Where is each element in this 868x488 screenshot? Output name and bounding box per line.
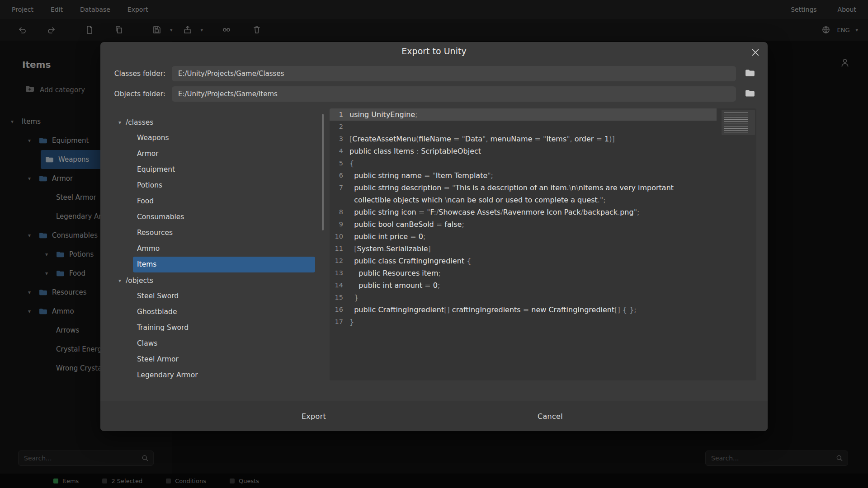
classes-folder-node[interactable]: ▾ /classes: [111, 114, 323, 130]
close-icon[interactable]: [749, 46, 762, 59]
line-number: 9: [330, 218, 343, 230]
classes-header-label: /classes: [126, 118, 153, 127]
code-line: 10 public int price = 0;: [330, 230, 756, 243]
objects-header-label: /objects: [126, 277, 153, 285]
code-minimap[interactable]: [722, 110, 755, 135]
dialog-title: Export to Unity: [100, 46, 768, 56]
class-item-ammo[interactable]: Ammo: [133, 241, 315, 257]
code-line: 16 public CraftingIngredient[] craftingI…: [330, 304, 756, 316]
code-line: collectible objects which \ncan be sold …: [330, 194, 756, 206]
line-number: 5: [330, 157, 343, 169]
class-item-items[interactable]: Items: [133, 257, 315, 272]
line-number: 13: [330, 267, 343, 279]
code-line: 2: [330, 121, 756, 133]
code-line: 15 }: [330, 291, 756, 304]
object-item-steel-armor[interactable]: Steel Armor: [133, 352, 315, 367]
browse-folder-button[interactable]: [744, 89, 756, 99]
code-line: 8 public string icon = "F:/Showcase Asse…: [330, 206, 756, 218]
line-number: 2: [330, 121, 343, 133]
object-item-claws[interactable]: Claws: [133, 336, 315, 352]
line-number: 6: [330, 169, 343, 182]
code-line: 7 public string description = "This is a…: [330, 182, 756, 194]
dialog-footer: Export Cancel: [100, 401, 768, 431]
objects-folder-label: Objects folder:: [108, 86, 165, 102]
code-line: 14 public int amount = 0;: [330, 279, 756, 291]
line-number: 7: [330, 182, 343, 194]
code-line: 12 public class CraftingIngredient {: [330, 255, 756, 267]
code-line: 6 public string name = "Item Template";: [330, 169, 756, 182]
class-item-food[interactable]: Food: [133, 193, 315, 209]
export-to-unity-dialog: Export to Unity Classes folder: Objects …: [100, 42, 768, 431]
database-editor-app: ProjectEditDatabaseExport SettingsAbout …: [0, 0, 868, 488]
line-number: 16: [330, 304, 343, 316]
class-item-equipment[interactable]: Equipment: [133, 162, 315, 178]
line-number: 10: [330, 230, 343, 243]
code-line: 3[CreateAssetMenu(fileName = "Data", men…: [330, 133, 756, 145]
object-item-legendary-armor[interactable]: Legendary Armor: [133, 367, 315, 383]
line-number: [330, 194, 343, 206]
class-item-potions[interactable]: Potions: [133, 178, 315, 193]
objects-folder-row: Objects folder:: [100, 86, 768, 102]
export-button[interactable]: Export: [299, 412, 329, 421]
classes-folder-input[interactable]: [172, 66, 736, 81]
line-number: 14: [330, 279, 343, 291]
object-item-steel-sword[interactable]: Steel Sword: [133, 288, 315, 304]
classes-folder-label: Classes folder:: [108, 66, 165, 81]
class-item-weapons[interactable]: Weapons: [133, 130, 315, 146]
cancel-button[interactable]: Cancel: [535, 412, 566, 421]
object-item-ghostblade[interactable]: Ghostblade: [133, 304, 315, 320]
collapse-arrow-icon[interactable]: ▾: [118, 277, 121, 284]
minimap-lines: [724, 112, 748, 133]
objects-folder-input[interactable]: [172, 86, 736, 102]
line-number: 12: [330, 255, 343, 267]
code-line: 4public class Items : ScriptableObject: [330, 145, 756, 157]
object-item-training-sword[interactable]: Training Sword: [133, 320, 315, 336]
classes-folder-row: Classes folder:: [100, 66, 768, 81]
objects-folder-node[interactable]: ▾ /objects: [111, 272, 323, 288]
line-number: 11: [330, 243, 343, 255]
browse-folder-button[interactable]: [744, 68, 756, 79]
classes-list: WeaponsArmorEquipmentPotionsFoodConsumab…: [111, 130, 323, 272]
line-number: 3: [330, 133, 343, 145]
tree-scrollbar[interactable]: [322, 114, 324, 230]
code-line: 5{: [330, 157, 756, 169]
code-lines: 1using UnityEngine;23[CreateAssetMenu(fi…: [330, 108, 756, 328]
class-item-armor[interactable]: Armor: [133, 146, 315, 162]
line-number: 1: [330, 108, 343, 121]
export-tree: ▾ /classes WeaponsArmorEquipmentPotionsF…: [111, 114, 323, 383]
class-item-consumables[interactable]: Consumables: [133, 209, 315, 225]
objects-list: Steel SwordGhostbladeTraining SwordClaws…: [111, 288, 323, 383]
class-item-resources[interactable]: Resources: [133, 225, 315, 241]
code-line: 9 public bool canBeSold = false;: [330, 218, 756, 230]
code-line: 1using UnityEngine;: [330, 108, 756, 121]
line-number: 17: [330, 316, 343, 328]
code-line: 17}: [330, 316, 756, 328]
code-line: 11 [System.Serializable]: [330, 243, 756, 255]
code-line: 13 public Resources item;: [330, 267, 756, 279]
collapse-arrow-icon[interactable]: ▾: [118, 119, 121, 126]
line-number: 15: [330, 291, 343, 304]
line-number: 4: [330, 145, 343, 157]
line-number: 8: [330, 206, 343, 218]
code-preview: 1using UnityEngine;23[CreateAssetMenu(fi…: [330, 108, 756, 380]
